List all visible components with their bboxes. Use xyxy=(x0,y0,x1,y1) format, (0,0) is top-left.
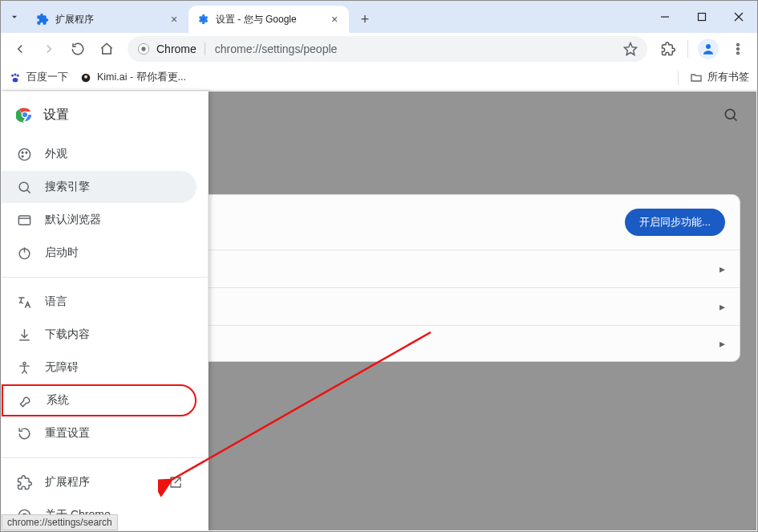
svg-point-10 xyxy=(737,48,740,51)
status-bar: chrome://settings/search xyxy=(2,514,118,530)
profile-button[interactable] xyxy=(698,39,719,59)
sidebar-item-language[interactable]: 语言 xyxy=(2,286,197,318)
svg-point-18 xyxy=(725,109,735,119)
all-bookmarks-label: 所有书签 xyxy=(707,71,749,84)
minimize-button[interactable] xyxy=(647,1,683,33)
paw-icon xyxy=(9,71,22,84)
browser-icon xyxy=(16,212,32,228)
svg-point-14 xyxy=(17,74,19,76)
folder-icon xyxy=(690,71,703,84)
sidebar-item-label: 语言 xyxy=(45,294,67,309)
turn-on-sync-button[interactable]: 开启同步功能... xyxy=(625,209,725,236)
gear-icon xyxy=(197,13,209,26)
settings-sidebar: 设置 外观 搜索引擎 默认浏览器 启动时 语言 xyxy=(2,91,209,530)
chrome-icon xyxy=(137,43,150,55)
toolbar-divider xyxy=(687,40,688,58)
download-icon xyxy=(16,327,32,343)
avatar-icon xyxy=(79,71,92,84)
svg-marker-7 xyxy=(625,43,637,55)
bookmark-label: 百度一下 xyxy=(26,71,68,84)
svg-point-15 xyxy=(13,78,18,82)
sidebar-scroll[interactable]: 外观 搜索引擎 默认浏览器 启动时 语言 下载内容 xyxy=(2,138,208,530)
close-icon[interactable]: × xyxy=(168,13,180,26)
back-button[interactable] xyxy=(7,36,33,62)
forward-button[interactable] xyxy=(36,36,62,62)
search-icon[interactable] xyxy=(723,107,739,123)
reset-icon xyxy=(16,425,32,441)
svg-point-27 xyxy=(19,182,28,191)
svg-point-6 xyxy=(141,47,145,51)
sidebar-item-label: 外观 xyxy=(45,147,67,161)
svg-point-23 xyxy=(18,148,30,160)
svg-point-12 xyxy=(11,74,14,76)
menu-button[interactable] xyxy=(725,36,751,62)
tab-label: 设置 - 您与 Google xyxy=(216,13,323,26)
sidebar-item-label: 默认浏览器 xyxy=(45,213,101,227)
tab-search-button[interactable] xyxy=(1,1,28,33)
close-icon[interactable]: × xyxy=(328,13,341,26)
svg-point-13 xyxy=(14,73,17,75)
svg-point-26 xyxy=(22,156,23,157)
sidebar-item-search[interactable]: 搜索引擎 xyxy=(2,171,197,203)
sidebar-item-extensions[interactable]: 扩展程序 xyxy=(2,466,197,498)
chevron-right-icon: ▸ xyxy=(719,337,725,350)
sidebar-separator xyxy=(2,277,208,278)
svg-point-11 xyxy=(737,52,740,55)
sidebar-separator xyxy=(2,457,208,458)
sidebar-item-label: 无障碍 xyxy=(45,360,79,375)
chevron-right-icon: ▸ xyxy=(719,262,725,275)
omnibox-url: chrome://settings/people xyxy=(215,43,617,55)
sidebar-item-label: 重置设置 xyxy=(45,426,90,441)
sidebar-item-system[interactable]: 系统 xyxy=(2,384,197,416)
maximize-button[interactable] xyxy=(683,1,720,33)
bookmark-star-icon[interactable] xyxy=(623,42,638,56)
bookmark-baidu[interactable]: 百度一下 xyxy=(9,71,68,84)
open-in-new-icon xyxy=(169,476,182,489)
extensions-button[interactable] xyxy=(655,36,681,62)
sidebar-item-onstartup[interactable]: 启动时 xyxy=(2,237,197,269)
translate-icon xyxy=(16,294,32,310)
svg-line-28 xyxy=(27,190,30,193)
chevron-right-icon: ▸ xyxy=(719,300,725,313)
omnibox-chip: Chrome xyxy=(156,43,205,55)
sidebar-item-downloads[interactable]: 下载内容 xyxy=(2,319,197,351)
puzzle-icon xyxy=(16,474,32,490)
home-button[interactable] xyxy=(94,36,120,62)
svg-point-24 xyxy=(22,152,23,153)
page-content: Google 的智能技术 同步并个性化设置 Chrome 开启同步功能... 服… xyxy=(2,91,756,530)
svg-rect-2 xyxy=(699,14,706,21)
sidebar-item-appearance[interactable]: 外观 xyxy=(2,138,197,170)
sidebar-item-label: 启动时 xyxy=(45,246,79,260)
svg-line-19 xyxy=(734,118,737,121)
palette-icon xyxy=(16,146,32,162)
chrome-logo-icon xyxy=(16,106,34,124)
tab-strip: 扩展程序 × 设置 - 您与 Google × + xyxy=(28,1,647,33)
sidebar-item-accessibility[interactable]: 无障碍 xyxy=(2,351,197,384)
bookmark-kimi[interactable]: Kimi.ai - 帮你看更... xyxy=(79,71,186,84)
settings-title: 设置 xyxy=(43,107,69,124)
reload-button[interactable] xyxy=(65,36,91,62)
close-button[interactable] xyxy=(720,1,757,33)
accessibility-icon xyxy=(16,359,32,376)
svg-point-34 xyxy=(22,362,25,364)
tab-settings[interactable]: 设置 - 您与 Google × xyxy=(188,6,349,33)
window-controls xyxy=(647,1,757,33)
sidebar-header: 设置 xyxy=(2,91,208,138)
browser-toolbar: Chrome chrome://settings/people xyxy=(1,33,757,65)
sidebar-item-reset[interactable]: 重置设置 xyxy=(2,417,197,449)
wrench-icon xyxy=(18,392,34,408)
new-tab-button[interactable]: + xyxy=(354,8,376,30)
sidebar-item-default-browser[interactable]: 默认浏览器 xyxy=(2,204,197,236)
svg-point-25 xyxy=(26,152,27,153)
address-bar[interactable]: Chrome chrome://settings/people xyxy=(128,36,647,62)
all-bookmarks-button[interactable]: 所有书签 xyxy=(690,71,749,84)
sidebar-item-label: 扩展程序 xyxy=(45,475,90,489)
svg-point-9 xyxy=(737,43,740,46)
search-icon xyxy=(16,179,32,195)
bookmark-label: Kimi.ai - 帮你看更... xyxy=(97,71,186,84)
sidebar-item-label: 系统 xyxy=(47,393,69,408)
puzzle-icon xyxy=(36,13,49,26)
svg-rect-29 xyxy=(18,215,30,224)
sidebar-item-label: 搜索引擎 xyxy=(45,180,90,194)
tab-extensions[interactable]: 扩展程序 × xyxy=(28,6,188,33)
